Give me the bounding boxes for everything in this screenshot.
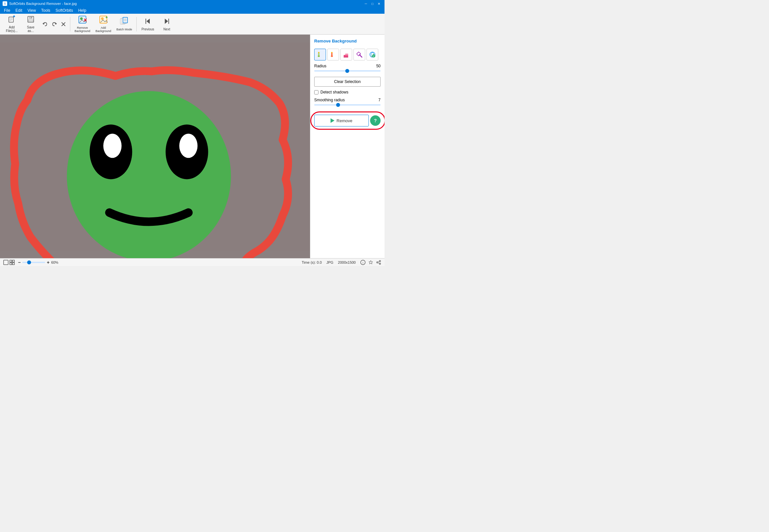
menu-edit[interactable]: Edit [13, 8, 25, 13]
svg-rect-57 [4, 260, 8, 265]
svg-text:✓: ✓ [373, 55, 375, 57]
remove-background-label: RemoveBackground [75, 26, 90, 33]
svg-point-33 [103, 134, 122, 158]
detect-shadows-row: Detect shadows [314, 90, 380, 94]
svg-rect-44 [331, 52, 332, 53]
clear-selection-button[interactable]: Clear Selection [314, 77, 380, 87]
add-background-icon [99, 15, 108, 25]
auto-button[interactable]: ✓ [366, 49, 378, 60]
remove-row: Remove ? [314, 115, 380, 126]
svg-point-13 [80, 17, 83, 20]
svg-marker-28 [165, 19, 168, 24]
undo-button[interactable] [41, 20, 50, 29]
smoothing-label: Smoothing radius [314, 98, 344, 102]
save-as-button[interactable]: Saveas... [22, 15, 40, 33]
previous-icon [144, 17, 152, 26]
help-button[interactable]: ? [370, 115, 380, 126]
wand-button[interactable] [353, 49, 365, 60]
separator-2 [136, 17, 137, 31]
remove-arrow-icon [330, 118, 334, 123]
right-panel: Remove Background [310, 35, 384, 258]
next-icon [163, 17, 171, 26]
add-files-button[interactable]: AddFile(s)... [3, 15, 21, 33]
smoothing-slider-container [314, 102, 380, 108]
batch-icon [120, 17, 128, 27]
eraser-button[interactable] [340, 49, 352, 60]
redo-button[interactable] [50, 20, 59, 29]
share-icon[interactable] [376, 260, 381, 265]
mark-background-button[interactable] [327, 49, 339, 60]
time-label: Time (s): 0.0 [302, 260, 322, 264]
previous-label: Previous [142, 27, 154, 31]
batch-mode-label: Batch Mode [116, 28, 132, 31]
svg-rect-8 [28, 20, 33, 22]
svg-marker-26 [146, 19, 150, 24]
remove-background-button[interactable]: RemoveBackground [72, 15, 92, 33]
tool-buttons: ✓ [314, 49, 380, 60]
add-files-icon [8, 15, 16, 25]
svg-point-65 [376, 262, 378, 263]
smoothing-slider[interactable] [314, 104, 380, 106]
menu-view[interactable]: View [25, 8, 39, 13]
svg-text:i: i [362, 261, 363, 264]
svg-rect-7 [29, 16, 32, 19]
next-label: Next [163, 27, 170, 31]
format-label: JPG [326, 260, 333, 264]
menu-file[interactable]: File [1, 8, 13, 13]
history-group [41, 20, 68, 29]
menu-softorbits[interactable]: SoftOrbits [53, 8, 75, 13]
panel-title: Remove Background [314, 39, 380, 43]
menu-bar: File Edit View Tools SoftOrbits Help [0, 7, 384, 14]
smoothing-value: 7 [378, 98, 380, 102]
svg-point-64 [379, 260, 380, 262]
radius-section: Radius 50 [314, 64, 380, 74]
batch-mode-button[interactable]: Batch Mode [114, 15, 134, 33]
remove-button[interactable]: Remove [314, 115, 369, 126]
star-icon[interactable] [368, 260, 373, 265]
radius-value: 50 [376, 64, 380, 68]
maximize-button[interactable]: □ [369, 1, 375, 6]
status-bar-right: Time (s): 0.0 JPG 2000x1500 i [302, 260, 381, 265]
canvas-content [0, 35, 310, 258]
detect-shadows-label: Detect shadows [320, 90, 348, 94]
svg-rect-39 [318, 52, 319, 53]
clear-history-button[interactable] [59, 20, 68, 29]
menu-tools[interactable]: Tools [39, 8, 53, 13]
add-files-label: AddFile(s)... [6, 25, 18, 33]
canvas-area[interactable] [0, 35, 310, 258]
zoom-plus-icon[interactable]: + [47, 260, 49, 265]
smoothing-section: Smoothing radius 7 [314, 98, 380, 108]
smoothing-label-row: Smoothing radius 7 [314, 98, 380, 102]
svg-point-35 [179, 134, 197, 158]
detect-shadows-checkbox[interactable] [314, 90, 318, 94]
window-title: SoftOrbits Background Remover - face.jpg [9, 2, 77, 6]
save-icon [27, 15, 35, 25]
mark-foreground-button[interactable] [314, 49, 326, 60]
add-background-button[interactable]: AddBackground [93, 15, 113, 33]
zoom-slider-input[interactable] [22, 262, 45, 263]
close-button[interactable]: ✕ [376, 1, 382, 6]
zoom-minus-icon[interactable]: − [18, 260, 21, 265]
next-button[interactable]: Next [158, 15, 176, 33]
svg-rect-61 [12, 263, 14, 265]
status-icons: i [360, 260, 381, 265]
svg-rect-9 [30, 17, 30, 18]
image-canvas [0, 35, 310, 258]
minimize-button[interactable]: ─ [363, 1, 369, 6]
separator-1 [70, 17, 70, 31]
info-icon[interactable]: i [360, 260, 365, 265]
add-background-label: AddBackground [95, 26, 111, 33]
remove-background-icon [78, 15, 87, 25]
main-layout: Remove Background [0, 35, 384, 258]
window-controls: ─ □ ✕ [363, 1, 382, 6]
previous-button[interactable]: Previous [139, 15, 157, 33]
svg-rect-58 [10, 260, 12, 262]
menu-help[interactable]: Help [75, 8, 89, 13]
zoom-value: 60% [51, 260, 58, 264]
zoom-control: − + 60% [18, 260, 58, 265]
title-bar: S SoftOrbits Background Remover - face.j… [0, 0, 384, 7]
view-mode-icon [3, 260, 15, 265]
radius-slider[interactable] [314, 70, 380, 72]
toolbar: AddFile(s)... Saveas... [0, 14, 384, 35]
svg-point-17 [101, 17, 104, 20]
